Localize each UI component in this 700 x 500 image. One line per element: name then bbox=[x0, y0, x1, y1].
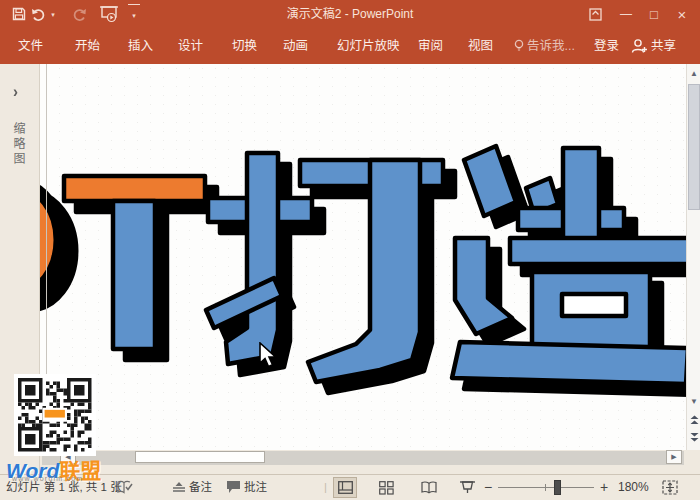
slide-left-edge bbox=[46, 64, 47, 450]
fit-slide-to-window-icon bbox=[662, 480, 678, 495]
notes-icon bbox=[172, 480, 186, 494]
tab-transitions[interactable]: 切换 bbox=[232, 28, 257, 64]
comments-button[interactable]: 批注 bbox=[244, 475, 267, 500]
slideshow-icon bbox=[460, 481, 475, 494]
tab-view[interactable]: 视图 bbox=[468, 28, 493, 64]
slide-sorter-icon bbox=[379, 481, 394, 495]
minimize-icon: — bbox=[620, 7, 632, 21]
scroll-down-button[interactable]: ▼ bbox=[687, 392, 700, 410]
normal-view-icon bbox=[338, 481, 353, 494]
person-plus-icon bbox=[631, 38, 648, 54]
expand-pane-chevron-icon[interactable]: › bbox=[13, 81, 18, 101]
start-slideshow-button[interactable] bbox=[97, 4, 121, 24]
previous-slide-icon bbox=[690, 415, 699, 425]
ribbon-display-options-button[interactable] bbox=[584, 0, 606, 28]
undo-dropdown[interactable]: ▾ bbox=[48, 4, 58, 24]
slideshow-view-button[interactable] bbox=[455, 477, 479, 498]
spellcheck-book-icon[interactable] bbox=[117, 480, 133, 495]
next-slide-icon bbox=[690, 432, 699, 442]
lightbulb-icon bbox=[513, 39, 525, 53]
normal-view-button[interactable] bbox=[333, 477, 357, 498]
tab-insert[interactable]: 插入 bbox=[128, 28, 153, 64]
slideshow-from-start-icon bbox=[99, 6, 119, 23]
ribbon-tab-bar: 文件 开始 插入 设计 切换 动画 幻灯片放映 审阅 视图 告诉我... 登录 … bbox=[0, 28, 700, 64]
tab-file[interactable]: 文件 bbox=[18, 28, 43, 64]
vertical-scrollbar[interactable]: ▲ ▼ bbox=[686, 64, 700, 450]
notes-button[interactable]: 备注 bbox=[189, 475, 212, 500]
reading-view-button[interactable] bbox=[417, 477, 441, 498]
scroll-left-icon: ◀ bbox=[65, 453, 70, 461]
save-icon bbox=[12, 7, 26, 21]
scroll-left-button[interactable]: ◀ bbox=[60, 450, 76, 464]
zoom-slider-track[interactable] bbox=[498, 487, 594, 488]
slide-sorter-button[interactable] bbox=[374, 477, 398, 498]
statusbar-separator: | bbox=[324, 475, 327, 500]
letter-p-bowl-shape bbox=[40, 185, 60, 295]
tab-review[interactable]: 审阅 bbox=[418, 28, 443, 64]
scroll-up-button[interactable]: ▲ bbox=[687, 64, 700, 82]
share-button[interactable]: 共享 bbox=[651, 28, 676, 64]
slide-artwork[interactable] bbox=[40, 64, 686, 450]
tab-animations[interactable]: 动画 bbox=[283, 28, 308, 64]
char-zao-shape bbox=[452, 146, 686, 384]
status-bar: 幻灯片 第 1 张, 共 1 张 备注 批注 | bbox=[0, 474, 700, 500]
scroll-up-icon: ▲ bbox=[690, 69, 698, 78]
title-bar: ▾ ▾ 演示文稿2 - PowerPoint bbox=[0, 0, 700, 28]
zoom-in-button[interactable]: + bbox=[600, 475, 608, 500]
powerpoint-window: ▾ ▾ 演示文稿2 - PowerPoint bbox=[0, 0, 700, 500]
scroll-right-button[interactable]: ▶ bbox=[666, 450, 682, 464]
customize-quick-access-button[interactable]: ▾ bbox=[128, 4, 140, 24]
save-button[interactable] bbox=[10, 4, 28, 24]
maximize-button[interactable]: □ bbox=[642, 0, 666, 28]
slide-canvas[interactable]: T打造 bbox=[40, 64, 686, 450]
slide-indicator: 幻灯片 第 1 张, 共 1 张 bbox=[6, 475, 122, 500]
ribbon-display-options-icon bbox=[589, 8, 602, 21]
reading-view-icon bbox=[421, 481, 437, 494]
horizontal-scroll-thumb[interactable] bbox=[135, 451, 265, 463]
maximize-icon: □ bbox=[650, 7, 658, 22]
customize-toolbar-icon: ▾ bbox=[132, 12, 136, 19]
scroll-down-icon: ▼ bbox=[690, 397, 698, 406]
mouse-cursor bbox=[258, 342, 280, 370]
tab-design[interactable]: 设计 bbox=[178, 28, 203, 64]
scroll-right-icon: ▶ bbox=[671, 453, 676, 461]
vertical-scroll-thumb[interactable] bbox=[688, 84, 700, 210]
redo-button[interactable] bbox=[70, 4, 88, 24]
thumbnail-pane[interactable]: › 缩略图 bbox=[0, 64, 40, 476]
redo-icon bbox=[72, 8, 87, 21]
previous-slide-button[interactable] bbox=[687, 411, 700, 429]
zoom-level[interactable]: 180% bbox=[618, 475, 649, 500]
minimize-button[interactable]: — bbox=[614, 0, 638, 28]
letter-t-cap-shape bbox=[64, 176, 205, 201]
sign-in-button[interactable]: 登录 bbox=[594, 28, 619, 64]
comments-icon bbox=[226, 480, 241, 494]
zoom-out-button[interactable]: − bbox=[484, 475, 492, 500]
tell-me-box[interactable]: 告诉我... bbox=[527, 28, 575, 64]
letter-t-stem-shape bbox=[113, 201, 155, 349]
next-slide-button[interactable] bbox=[687, 428, 700, 446]
tab-slideshow[interactable]: 幻灯片放映 bbox=[337, 28, 400, 64]
thumbnail-pane-label: 缩略图 bbox=[10, 122, 27, 167]
char-da-shape bbox=[206, 153, 443, 382]
undo-icon bbox=[31, 8, 46, 21]
undo-button[interactable] bbox=[30, 4, 46, 24]
fit-slide-to-window-button[interactable] bbox=[662, 480, 678, 495]
horizontal-scrollbar[interactable]: ◀ ▶ bbox=[40, 450, 686, 466]
zoom-slider-handle[interactable] bbox=[554, 480, 561, 495]
close-icon: × bbox=[678, 6, 687, 23]
close-button[interactable]: × bbox=[669, 0, 695, 28]
zoom-slider-notch bbox=[545, 484, 546, 491]
tab-home[interactable]: 开始 bbox=[75, 28, 100, 64]
